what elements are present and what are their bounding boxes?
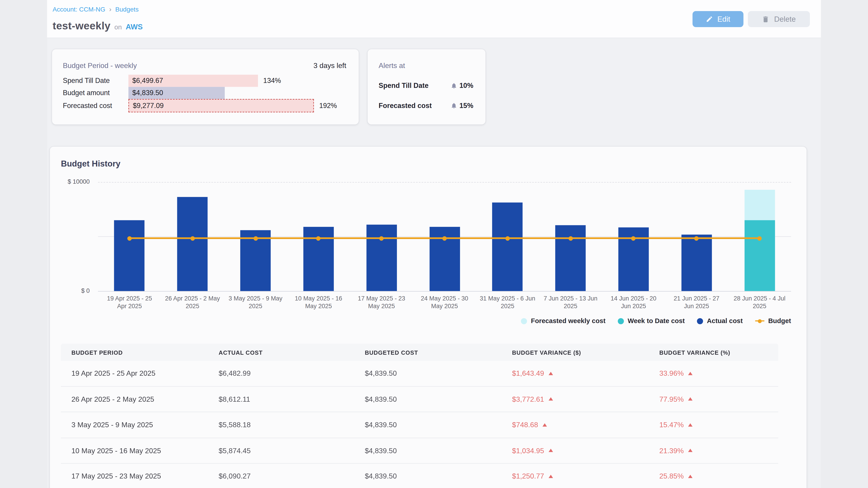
x-axis-label: 14 Jun 2025 - 20Jun 2025 [602,294,665,310]
col-actual-cost: ACTUAL COST [208,349,354,355]
table-cell: $6,482.99 [208,369,354,378]
forecasted-cost-percent: 192% [319,99,337,112]
legend-label: Actual cost [707,317,743,325]
table-cell: $1,643.49 [502,369,649,378]
col-budget-variance-pct: BUDGET VARIANCE (%) [649,349,768,355]
bar-actual-cost[interactable] [114,220,145,291]
bar-actual-cost[interactable] [681,235,712,291]
x-axis-label: 26 Apr 2025 - 2 May2025 [161,294,224,310]
legend-item[interactable]: Forecasted weekly cost [521,317,606,325]
table-row: 10 May 2025 - 16 May 2025$5,874.45$4,839… [61,438,778,464]
edit-button-label: Edit [717,15,730,23]
x-axis-label: 31 May 2025 - 6 Jun2025 [476,294,539,310]
bar-actual-cost[interactable] [177,197,208,291]
variance-up-icon [549,397,553,401]
table-cell: 25.85% [649,472,768,481]
bar-actual-cost[interactable] [492,202,523,291]
forecasted-cost-row: Forecasted cost $9,277.09 192% [52,99,359,112]
bell-icon [451,102,457,109]
table-cell: $4,839.50 [354,472,501,481]
legend-dot-icon [697,318,703,324]
legend-item[interactable]: Week to Date cost [618,317,685,325]
page: Account: CCM-NG › Budgets test-weekly on… [0,0,868,488]
alert-spend-threshold: 10% [460,82,473,90]
y-axis-label-bottom: $ 0 [59,287,90,294]
col-budgeted-cost: BUDGETED COST [354,349,501,355]
x-axis-label: 24 May 2025 - 30May 2025 [413,294,476,310]
table-cell: $5,874.45 [208,447,354,455]
gridline-10000 [98,182,791,183]
legend-label: Budget [768,317,791,325]
on-label: on [114,23,122,31]
bar-actual-cost[interactable] [366,225,397,291]
days-left-label: 3 days left [313,61,346,70]
budget-line-point [505,236,510,240]
variance-up-icon [688,372,692,375]
chart-legend: Forecasted weekly costWeek to Date costA… [521,317,791,325]
page-title: test-weekly [53,20,111,32]
table-cell: 3 May 2025 - 9 May 2025 [61,421,208,429]
variance-up-icon [549,372,553,375]
legend-item[interactable]: Budget [755,317,791,325]
pencil-icon [706,15,713,23]
budget-amount-label: Budget amount [63,87,110,99]
table-cell: $4,839.50 [354,421,501,429]
legend-item[interactable]: Actual cost [697,317,743,325]
col-budget-period: BUDGET PERIOD [61,349,208,355]
delete-button[interactable]: Delete [748,11,810,27]
x-axis-label: 21 Jun 2025 - 27Jun 2025 [665,294,728,310]
budget-period-title: Budget Period - weekly [63,61,137,70]
table-cell: $1,034.95 [502,447,649,455]
table-cell: $3,772.61 [502,395,649,403]
edit-button[interactable]: Edit [692,11,743,27]
budget-history-table: BUDGET PERIOD ACTUAL COST BUDGETED COST … [61,344,778,488]
table-cell: 10 May 2025 - 16 May 2025 [61,447,208,455]
legend-label: Forecasted weekly cost [531,317,606,325]
breadcrumb-separator-icon: › [109,5,112,13]
page-header: Account: CCM-NG › Budgets test-weekly on… [47,0,821,38]
x-axis-label: 7 Jun 2025 - 13 Jun2025 [539,294,602,310]
col-budget-variance-usd: BUDGET VARIANCE ($) [502,349,649,355]
table-header-row: BUDGET PERIOD ACTUAL COST BUDGETED COST … [61,344,778,361]
budget-line-point [253,236,258,240]
spend-till-date-percent: 134% [264,74,281,87]
alerts-card: Alerts at Spend Till Date 10% Forecasted… [368,49,486,125]
spend-till-date-value: $6,499.67 [128,77,163,85]
table-cell: 19 Apr 2025 - 25 Apr 2025 [61,369,208,378]
alert-forecast-threshold: 15% [460,102,473,109]
y-axis-label-top: $ 10000 [59,178,90,185]
bar-actual-cost[interactable] [555,225,586,291]
legend-dot-icon [521,318,527,324]
table-cell: 17 May 2025 - 23 May 2025 [61,472,208,481]
table-cell: 21.39% [649,447,768,455]
table-row: 26 Apr 2025 - 2 May 2025$8,612.11$4,839.… [61,387,778,412]
legend-dot-icon [618,318,624,324]
budget-amount-row: Budget amount $4,839.50 [52,87,359,99]
forecasted-cost-bar: $9,277.09 [128,99,314,112]
alert-forecast-label: Forecasted cost [379,102,451,109]
legend-label: Week to Date cost [628,317,685,325]
breadcrumb-account-link[interactable]: Account: CCM-NG [53,6,105,13]
budget-amount-bar: $4,839.50 [128,87,225,99]
platform-label: AWS [126,23,143,31]
table-cell: 77.95% [649,395,768,403]
forecasted-cost-value: $9,277.09 [129,102,164,109]
table-cell: $1,250.77 [502,472,649,481]
title-row: test-weekly on AWS [53,20,143,32]
table-cell: $6,090.27 [208,472,354,481]
variance-up-icon [688,475,692,478]
variance-up-icon [688,397,692,401]
budget-line-point [190,236,195,240]
table-cell: $748.68 [502,421,649,429]
bar-week-to-date-cost[interactable] [744,220,775,291]
table-cell: $4,839.50 [354,369,501,378]
x-axis-label: 17 May 2025 - 23May 2025 [350,294,413,310]
table-cell: 15.47% [649,421,768,429]
variance-up-icon [688,449,692,452]
breadcrumb-budgets-link[interactable]: Budgets [115,6,138,13]
table-cell: $5,588.18 [208,421,354,429]
table-row: 3 May 2025 - 9 May 2025$5,588.18$4,839.5… [61,412,778,438]
budget-line-point [127,236,132,240]
x-axis-line [98,291,791,291]
budget-history-card: Budget History $ 10000 $ 0 19 Apr 2025 -… [50,147,807,488]
